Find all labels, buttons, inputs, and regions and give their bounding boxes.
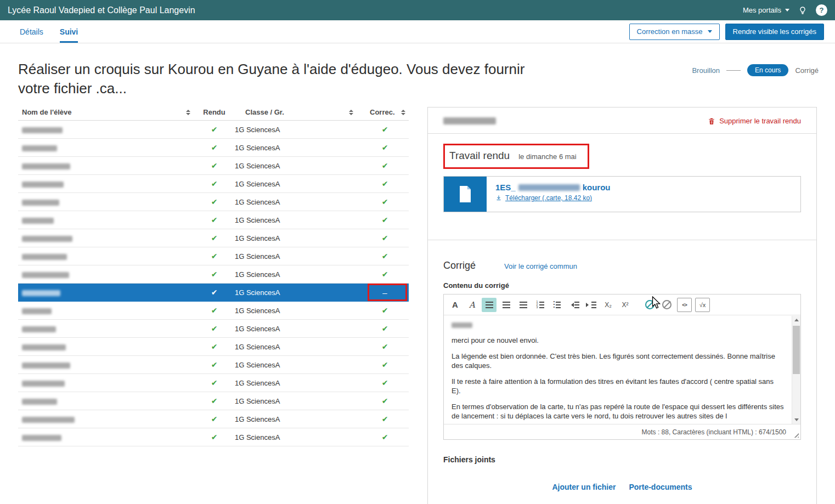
rendu-cell: ✔ — [194, 216, 235, 224]
student-name-cell[interactable] — [18, 307, 194, 315]
table-row[interactable]: ✔1G SciencesA✔ — [18, 428, 409, 446]
table-row[interactable]: ✔1G SciencesA✔ — [18, 229, 409, 247]
add-file-link[interactable]: Ajouter un fichier — [552, 483, 616, 491]
outdent-icon[interactable] — [567, 298, 582, 312]
class-cell: 1G SciencesA — [235, 270, 361, 279]
table-row[interactable]: ✔1G SciencesA✔ — [18, 193, 409, 211]
bold-icon[interactable] — [448, 298, 462, 312]
correc-cell: ✔ — [361, 157, 409, 174]
mes-portails-menu[interactable]: Mes portails — [743, 6, 789, 14]
sort-icon[interactable] — [349, 110, 353, 115]
editor-scrollbar[interactable] — [792, 316, 800, 424]
make-visible-button[interactable]: Rendre visible les corrigés — [725, 24, 824, 40]
student-name-cell[interactable] — [18, 379, 194, 387]
sort-icon[interactable] — [401, 110, 405, 115]
student-name-cell[interactable] — [18, 325, 194, 333]
student-name-cell[interactable] — [18, 180, 194, 188]
header-right: Mes portails ? — [743, 4, 827, 16]
table-row[interactable]: ✔1G SciencesA✔ — [18, 320, 409, 338]
correc-cell: ✔ — [361, 392, 409, 410]
italic-icon[interactable] — [465, 298, 479, 312]
help-icon[interactable]: ? — [816, 4, 827, 16]
student-name-cell[interactable] — [18, 162, 194, 170]
tab-suivi[interactable]: Suivi — [60, 20, 78, 43]
source-code-icon[interactable] — [677, 298, 692, 312]
scrollbar-thumb[interactable] — [793, 326, 800, 374]
align-right-icon[interactable] — [516, 298, 531, 312]
student-name-cell[interactable] — [18, 270, 194, 279]
unordered-list-icon[interactable] — [550, 298, 565, 312]
main-content: Réaliser un croquis sur Kourou en Guyane… — [0, 43, 835, 504]
student-name-cell[interactable] — [18, 433, 194, 441]
mass-correction-button[interactable]: Correction en masse — [629, 24, 720, 40]
student-name-cell[interactable] — [18, 343, 194, 351]
table-row[interactable]: ✔1G SciencesA✔ — [18, 121, 409, 139]
table-row[interactable]: ✔1G SciencesA✔ — [18, 374, 409, 392]
column-correc[interactable]: Correc. — [361, 108, 409, 116]
porte-documents-link[interactable]: Porte-documents — [629, 483, 692, 491]
indent-icon[interactable] — [584, 298, 599, 312]
table-row[interactable]: ✔1G SciencesA✔ — [18, 247, 409, 265]
scroll-down-button[interactable] — [792, 416, 800, 424]
table-row[interactable]: ✔1G SciencesA✔ — [18, 175, 409, 193]
superscript-icon[interactable] — [618, 298, 633, 312]
student-name-cell[interactable] — [18, 144, 194, 152]
scroll-up-button[interactable] — [792, 316, 800, 324]
file-name-suffix: kourou — [583, 183, 611, 192]
table-row[interactable]: ✔1G SciencesA✔ — [18, 410, 409, 428]
table-row[interactable]: ✔1G SciencesA✔ — [18, 302, 409, 320]
delete-submission-button[interactable]: Supprimer le travail rendu — [708, 117, 801, 125]
step-corrige: Corrigé — [795, 66, 819, 75]
column-nom-eleve[interactable]: Nom de l'élève — [18, 108, 194, 116]
student-name-cell[interactable] — [18, 288, 194, 297]
redacted-student-name — [22, 254, 67, 260]
table-row[interactable]: ✔1G SciencesA✔ — [18, 157, 409, 175]
student-name-cell[interactable] — [18, 361, 194, 369]
subscript-icon[interactable] — [601, 298, 616, 312]
student-name-cell[interactable] — [18, 216, 194, 224]
check-icon: ✔ — [382, 161, 388, 170]
download-link[interactable]: Télécharger (.carte, 18.42 ko) — [495, 194, 611, 202]
correction-section: Corrigé Voir le corrigé commun Contenu d… — [428, 240, 816, 491]
ordered-list-icon[interactable] — [533, 298, 548, 312]
sort-icon[interactable] — [186, 110, 190, 115]
table-row[interactable]: ✔1G SciencesA– — [18, 284, 409, 302]
check-icon: ✔ — [211, 125, 218, 134]
table-row[interactable]: ✔1G SciencesA✔ — [18, 139, 409, 157]
table-row[interactable]: ✔1G SciencesA✔ — [18, 338, 409, 356]
file-name-prefix: 1ES_ — [495, 183, 516, 192]
redacted-student-name — [22, 145, 57, 151]
trash-icon — [708, 117, 715, 125]
lightbulb-icon[interactable] — [798, 6, 807, 15]
tab-details[interactable]: Détails — [20, 20, 43, 43]
redacted-student-name — [22, 326, 56, 332]
student-name-cell[interactable] — [18, 415, 194, 423]
column-rendu: Rendu — [194, 108, 235, 116]
student-name-cell[interactable] — [18, 126, 194, 134]
student-name-cell[interactable] — [18, 198, 194, 206]
subheader: Détails Suivi Correction en masse Rendre… — [0, 20, 835, 43]
unlink-icon[interactable] — [659, 298, 674, 312]
table-row[interactable]: ✔1G SciencesA✔ — [18, 211, 409, 229]
student-name-cell[interactable] — [18, 397, 194, 405]
resize-handle[interactable] — [793, 432, 799, 438]
file-name-link[interactable]: 1ES_ kourou — [495, 183, 611, 192]
student-name-cell[interactable] — [18, 252, 194, 261]
mass-correction-label: Correction en masse — [637, 27, 703, 36]
link-icon[interactable] — [642, 298, 657, 312]
column-classe[interactable]: Classe / Gr. — [235, 108, 361, 116]
redacted-student-name — [22, 200, 59, 206]
common-correction-link[interactable]: Voir le corrigé commun — [504, 262, 577, 270]
class-cell: 1G SciencesA — [235, 180, 361, 188]
editor-body[interactable]: merci pour ce nouvel envoi.La légende es… — [444, 316, 792, 424]
table-row[interactable]: ✔1G SciencesA✔ — [18, 356, 409, 374]
align-left-icon[interactable] — [482, 298, 497, 312]
check-icon: ✔ — [382, 197, 388, 206]
table-row[interactable]: ✔1G SciencesA✔ — [18, 265, 409, 284]
table-row[interactable]: ✔1G SciencesA✔ — [18, 392, 409, 410]
table-header-row: Nom de l'élève Rendu Classe / Gr. Correc… — [18, 104, 409, 121]
student-name-cell[interactable] — [18, 234, 194, 242]
check-icon: ✔ — [382, 125, 388, 134]
align-center-icon[interactable] — [499, 298, 514, 312]
formula-icon[interactable] — [695, 298, 710, 312]
